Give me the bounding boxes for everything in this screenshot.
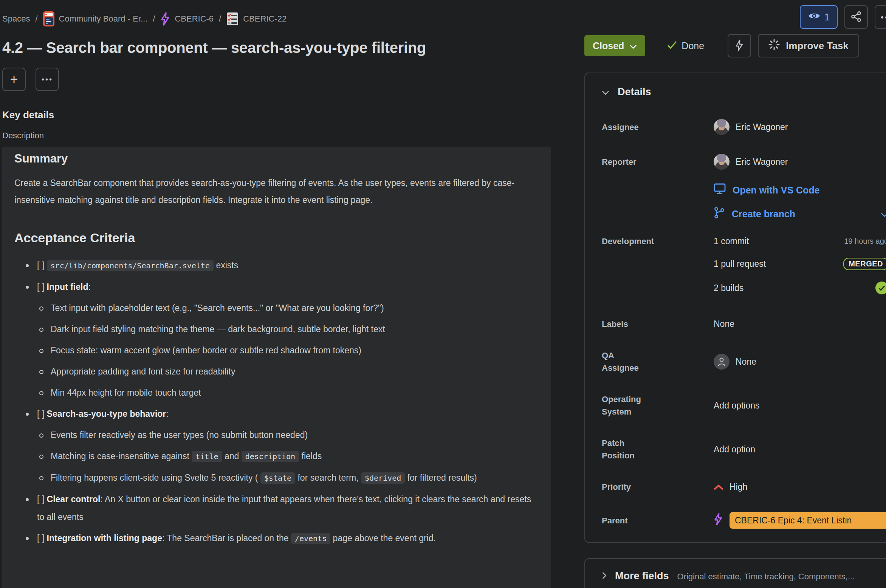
list-item: Min 44px height for mobile touch target: [14, 384, 539, 402]
acceptance-criteria-heading: Acceptance Criteria: [14, 231, 539, 245]
bullet-disc-icon: [26, 529, 29, 548]
plain-text: for search term,: [295, 473, 361, 483]
development-row: Development 1 commit 19 hours ago 1 pull…: [602, 236, 886, 294]
inline-code: /events: [291, 533, 330, 544]
issue-sidebar: Closed Done: [584, 27, 886, 588]
labels-value[interactable]: None: [714, 319, 886, 329]
create-branch-link[interactable]: Create branch: [714, 207, 886, 221]
ellipsis-icon: [881, 14, 886, 20]
issue-view-page: Spaces / Community Board - Er...: [0, 0, 886, 588]
operating-system-label: Operating System: [602, 393, 714, 418]
inline-code: $derived: [361, 472, 405, 484]
more-tools-button[interactable]: •••: [36, 68, 59, 91]
inline-code: description: [242, 451, 299, 462]
breadcrumb-separator: /: [219, 14, 221, 24]
details-heading: Details: [618, 86, 651, 98]
status-row: Closed Done: [584, 34, 886, 57]
monitor-icon: [714, 183, 726, 197]
check-icon: [667, 40, 677, 51]
breadcrumb-spaces[interactable]: Spaces: [2, 14, 30, 24]
assignee-label: Assignee: [602, 121, 714, 133]
commits-link[interactable]: 1 commit: [714, 236, 749, 246]
list-item: [ ] Clear control: An X button or clear …: [14, 491, 539, 526]
bullet-disc-icon: [26, 257, 29, 275]
bullet-circle-icon: [39, 426, 43, 444]
breadcrumb-label: Community Board - Er...: [59, 14, 148, 24]
operating-system-row: Operating System Add options: [602, 393, 886, 418]
list-item-text: Min 44px height for mobile touch target: [51, 384, 201, 402]
reporter-value[interactable]: Eric Wagoner: [714, 154, 886, 170]
automation-button[interactable]: [728, 34, 751, 57]
ellipsis-icon: •••: [42, 76, 53, 83]
assignee-value[interactable]: Eric Wagoner: [714, 119, 886, 135]
create-branch-label: Create branch: [732, 209, 795, 220]
operating-system-value[interactable]: Add options: [714, 401, 886, 411]
plain-text: [ ]: [37, 494, 47, 504]
epic-icon: [714, 513, 723, 528]
bullet-circle-icon: [39, 363, 43, 381]
status-dropdown[interactable]: Closed: [584, 35, 645, 56]
details-card-header[interactable]: Details: [602, 86, 886, 98]
bullet-circle-icon: [39, 447, 43, 466]
list-item: [ ] Input field:: [14, 278, 539, 296]
qa-assignee-value[interactable]: None: [714, 354, 886, 370]
pull-requests-link[interactable]: 1 pull request: [714, 259, 766, 269]
list-item: Appropriate padding and font size for re…: [14, 363, 539, 381]
more-fields-card: More fields Original estimate, Time trac…: [584, 558, 886, 588]
priority-label: Priority: [602, 481, 714, 493]
page-title: 4.2 — Search bar component — search-as-y…: [2, 39, 551, 56]
chevron-down-icon[interactable]: [881, 209, 886, 220]
parent-value: CBERIC-6 Epic 4: Event Listin: [714, 512, 886, 529]
reporter-label: Reporter: [602, 156, 714, 168]
list-item-text: Matching is case-insensitive against tit…: [51, 447, 322, 466]
plain-text: Min 44px height for mobile touch target: [51, 388, 201, 398]
list-item-text: [ ] Clear control: An X button or clear …: [37, 491, 539, 526]
plain-text: :: [166, 409, 168, 419]
improve-task-button[interactable]: Improve Task: [758, 34, 859, 57]
list-item: Text input with placeholder text (e.g., …: [14, 299, 539, 317]
more-actions-button[interactable]: [875, 5, 886, 29]
share-button[interactable]: [844, 5, 868, 29]
breadcrumb-separator: /: [153, 14, 155, 24]
share-icon: [850, 11, 862, 23]
more-fields-title: More fields: [615, 570, 669, 582]
plain-text: : The SearchBar is placed on the: [162, 533, 291, 543]
title-toolbar: + •••: [2, 68, 551, 91]
summary-heading: Summary: [14, 152, 539, 166]
breadcrumb-label: CBERIC-22: [243, 14, 287, 24]
labels-row: Labels None: [602, 318, 886, 330]
priority-value[interactable]: High: [714, 482, 886, 492]
breadcrumb-project[interactable]: Community Board - Er...: [43, 11, 148, 26]
bold-text: Clear control: [47, 494, 101, 504]
plain-text: [ ]: [37, 533, 47, 543]
summary-text: Create a SearchBar component that provid…: [14, 175, 517, 209]
add-button[interactable]: +: [2, 68, 26, 91]
patch-position-row: Patch Position Add option: [602, 437, 886, 462]
parent-row: Parent CBERIC-6 Epic 4: Event Listin: [602, 512, 886, 529]
builds-link[interactable]: 2 builds: [714, 283, 743, 293]
parent-label: Parent: [602, 514, 714, 527]
watch-button[interactable]: 1: [800, 5, 838, 29]
commits-age: 19 hours ago: [844, 237, 886, 246]
key-details-heading: Key details: [2, 109, 551, 121]
parent-epic-pill[interactable]: CBERIC-6 Epic 4: Event Listin: [730, 512, 886, 529]
list-item: [ ] Search-as-you-type behavior:: [14, 405, 539, 423]
avatar: [714, 154, 730, 170]
chevron-right-icon: [602, 572, 607, 581]
plain-text: and: [222, 451, 242, 461]
description-panel[interactable]: Summary Create a SearchBar component tha…: [2, 147, 551, 588]
list-item-text: [ ] Integration with listing page: The S…: [37, 529, 436, 548]
qa-assignee-row: QA Assignee None: [602, 349, 886, 374]
priority-high-icon: [714, 484, 723, 490]
open-vscode-link[interactable]: Open with VS Code: [714, 183, 886, 197]
plain-text: [ ]: [37, 282, 47, 292]
list-item-text: Text input with placeholder text (e.g., …: [51, 299, 384, 317]
list-item: Dark input field styling matching the th…: [14, 320, 539, 338]
patch-position-value[interactable]: Add option: [714, 444, 886, 455]
breadcrumb-issue[interactable]: CBERIC-22: [226, 12, 287, 26]
breadcrumb-epic[interactable]: CBERIC-6: [160, 12, 214, 26]
bullet-circle-icon: [39, 320, 43, 338]
patch-position-label: Patch Position: [602, 437, 714, 462]
priority-name: High: [730, 482, 747, 492]
more-fields-header[interactable]: More fields Original estimate, Time trac…: [602, 570, 886, 582]
